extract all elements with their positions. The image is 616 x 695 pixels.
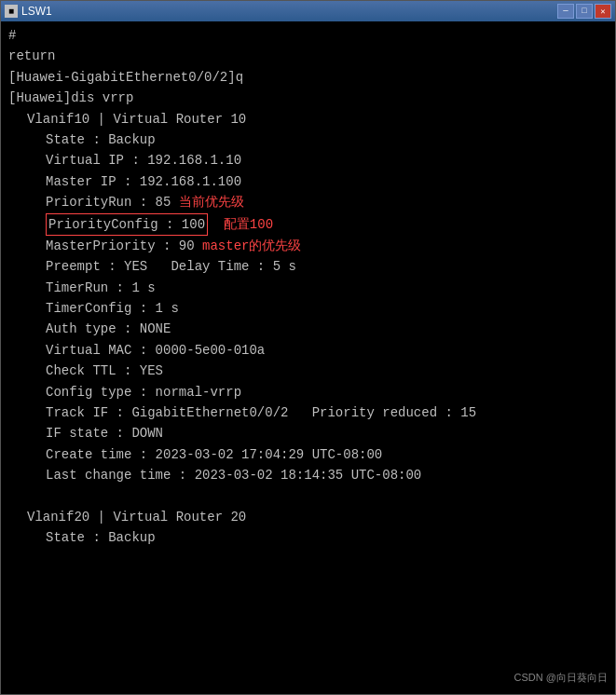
close-button[interactable]: ✕ [595, 4, 611, 19]
line-blank [8, 486, 608, 507]
line-master-ip: Master IP : 192.168.1.100 [8, 171, 608, 192]
line-if-state: IF state : DOWN [8, 423, 608, 443]
line-priority-run: PriorityRun : 85 当前优先级 [8, 192, 608, 212]
line-gigabit-q: [Huawei-GigabitEthernet0/0/2]q [8, 67, 608, 88]
line-master-priority: MasterPriority : 90 master的优先级 [8, 236, 608, 256]
line-virtual-mac: Virtual MAC : 0000-5e00-010a [8, 340, 608, 361]
master-priority-annotation: master的优先级 [202, 238, 301, 253]
line-return: return [8, 46, 608, 66]
terminal-content[interactable]: # return [Huawei-GigabitEthernet0/0/2]q … [1, 21, 615, 694]
priority-config-annotation: 配置100 [224, 217, 273, 232]
line-check-ttl: Check TTL : YES [8, 361, 608, 381]
line-last-change: Last change time : 2023-03-02 18:14:35 U… [8, 465, 608, 485]
line-vlanif20: Vlanif20 | Virtual Router 20 [8, 507, 608, 527]
minimize-button[interactable]: ─ [557, 4, 574, 19]
line-track-if: Track IF : GigabitEthernet0/0/2 Priority… [8, 402, 608, 423]
line-vlanif10: Vlanif10 | Virtual Router 10 [8, 109, 608, 129]
priority-config-box: PriorityConfig : 100 [46, 213, 208, 236]
line-timer-run: TimerRun : 1 s [8, 278, 608, 298]
line-auth-type: Auth type : NONE [8, 319, 608, 339]
line-dis-vrrp: [Huawei]dis vrrp [8, 88, 608, 108]
line-create-time: Create time : 2023-03-02 17:04:29 UTC-08… [8, 444, 608, 465]
line-state: State : Backup [8, 129, 608, 150]
line-priority-config: PriorityConfig : 100 配置100 [8, 213, 608, 236]
priority-run-annotation: 当前优先级 [179, 195, 244, 210]
title-bar-left: ■ LSW1 [5, 5, 52, 18]
terminal-window: ■ LSW1 ─ □ ✕ # return [Huawei-GigabitEth… [0, 0, 616, 695]
maximize-button[interactable]: □ [576, 4, 593, 19]
watermark: CSDN @向日葵向日 [514, 670, 608, 687]
window-title: LSW1 [21, 5, 52, 18]
line-state2: State : Backup [8, 527, 608, 548]
line-virtual-ip: Virtual IP : 192.168.1.10 [8, 150, 608, 170]
line-config-type: Config type : normal-vrrp [8, 382, 608, 402]
line-preempt: Preempt : YES Delay Time : 5 s [8, 256, 608, 277]
window-icon: ■ [5, 5, 18, 18]
title-bar-buttons: ─ □ ✕ [557, 4, 611, 19]
title-bar: ■ LSW1 ─ □ ✕ [1, 1, 615, 21]
line-hash: # [8, 25, 608, 46]
line-timer-config: TimerConfig : 1 s [8, 298, 608, 319]
